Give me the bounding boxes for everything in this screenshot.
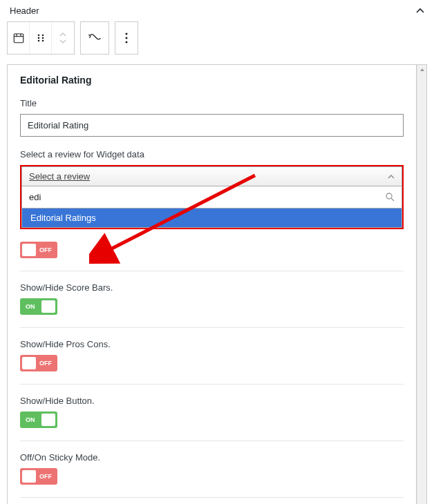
block-type-icon[interactable]: [8, 22, 30, 54]
svg-point-11: [126, 37, 128, 39]
svg-point-10: [126, 33, 128, 35]
section-label-2: Show/Hide Pros Cons.: [20, 339, 404, 349]
header-row: Header: [4, 4, 430, 21]
svg-point-6: [37, 37, 39, 39]
toggle-knob: [41, 414, 55, 426]
toggle-label: ON: [26, 303, 35, 310]
title-label: Title: [20, 98, 404, 108]
title-input[interactable]: [20, 114, 404, 137]
header-label: Header: [10, 6, 39, 16]
toggle-section-5: Show/Hide This Widget on Mobile/Tab. HID…: [20, 497, 404, 504]
toggle-knob: [22, 470, 36, 483]
review-select-display[interactable]: Select a review: [21, 166, 402, 186]
collapse-icon[interactable]: [416, 7, 424, 15]
svg-point-5: [41, 35, 44, 37]
svg-point-8: [37, 40, 39, 42]
review-option[interactable]: Editorial Ratings: [21, 209, 402, 228]
panel-scroll-area: Editorial Rating Title Select a review f…: [8, 65, 417, 504]
toggle-sticky[interactable]: OFF: [20, 468, 57, 485]
section-label-4: Off/On Sticky Mode.: [20, 452, 404, 463]
svg-rect-0: [14, 34, 23, 43]
toggle-section-1: Show/Hide Score Bars. ON: [20, 271, 404, 327]
toggle-label: OFF: [39, 473, 52, 480]
block-toolbar: [4, 21, 430, 61]
toggle-section-3: Show/Hide Button. ON: [20, 384, 404, 440]
svg-point-13: [386, 193, 392, 199]
toggle-0[interactable]: OFF: [20, 242, 57, 258]
svg-point-7: [41, 37, 44, 39]
toolbar-group-3: [115, 21, 138, 55]
transform-icon[interactable]: [81, 22, 108, 54]
svg-point-12: [126, 41, 128, 43]
review-search-wrap: [21, 186, 402, 209]
review-search-input[interactable]: [25, 189, 386, 205]
toggle-section-4: Off/On Sticky Mode. OFF: [20, 440, 404, 497]
toolbar-group-1: [7, 21, 75, 55]
toolbar-group-2: [80, 21, 109, 55]
search-icon: [386, 193, 399, 202]
settings-panel: Editorial Rating Title Select a review f…: [7, 64, 427, 504]
toggle-label: OFF: [39, 246, 52, 253]
move-updown-icon[interactable]: [52, 22, 74, 54]
toggle-label: OFF: [39, 360, 52, 367]
toggle-knob: [41, 300, 55, 313]
svg-point-9: [41, 40, 44, 42]
toggle-section-0: OFF: [20, 235, 404, 271]
toggle-label: ON: [26, 416, 35, 423]
toggle-button[interactable]: ON: [20, 411, 57, 428]
review-label: Select a review for Widget data: [20, 149, 404, 159]
toggle-knob: [22, 244, 36, 256]
review-selected-text: Select a review: [29, 171, 90, 182]
toggle-knob: [22, 357, 36, 369]
toggle-section-2: Show/Hide Pros Cons. OFF: [20, 327, 404, 384]
svg-line-14: [391, 198, 394, 201]
review-select[interactable]: Select a review Editorial Ratings: [20, 165, 404, 229]
scroll-up-icon[interactable]: [417, 65, 426, 75]
more-options-icon[interactable]: [115, 22, 138, 54]
section-label-1: Show/Hide Score Bars.: [20, 282, 404, 293]
toggle-score-bars[interactable]: ON: [20, 298, 57, 315]
toggle-pros-cons[interactable]: OFF: [20, 355, 57, 371]
panel-title: Editorial Rating: [20, 75, 404, 86]
scrollbar[interactable]: [417, 65, 426, 504]
drag-handle-icon[interactable]: [30, 22, 52, 54]
section-label-3: Show/Hide Button.: [20, 396, 404, 406]
svg-point-4: [37, 35, 39, 37]
chevron-up-icon: [388, 173, 395, 180]
